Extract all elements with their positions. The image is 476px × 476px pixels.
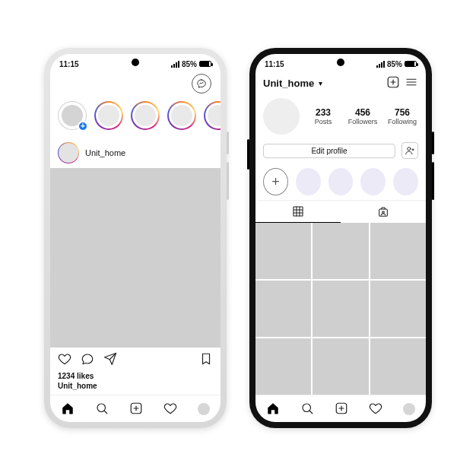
stories-row: +	[50, 97, 221, 138]
stat-count: 233	[307, 107, 339, 118]
messenger-button[interactable]	[192, 74, 211, 94]
nav-home[interactable]	[61, 401, 75, 417]
nav-search[interactable]	[300, 401, 314, 417]
save-button[interactable]	[199, 352, 213, 367]
post: Unit_home 1234 likes Unit_home	[50, 138, 221, 395]
profile-username[interactable]: Unit_home	[263, 78, 314, 89]
stat-label: Posts	[307, 118, 339, 125]
battery-icon	[199, 61, 211, 67]
clock: 11:15	[265, 60, 284, 68]
phone-feed: 11:15 85% +	[44, 48, 227, 428]
profile-avatar[interactable]	[263, 98, 300, 135]
edit-profile-button[interactable]: Edit profile	[263, 144, 395, 158]
heart-icon	[58, 352, 71, 366]
highlight-item[interactable]	[360, 168, 386, 195]
stat-followers[interactable]: 456 Followers	[347, 107, 379, 125]
front-camera	[337, 59, 344, 66]
svg-rect-5	[379, 209, 388, 216]
nav-home[interactable]	[266, 401, 280, 417]
home-icon	[61, 401, 75, 415]
battery-icon	[405, 61, 417, 67]
heart-icon	[163, 401, 177, 415]
search-icon	[95, 401, 109, 415]
clock: 11:15	[59, 60, 79, 68]
story-item[interactable]	[167, 101, 196, 130]
plus-square-icon	[335, 401, 348, 415]
grid-cell[interactable]	[313, 281, 368, 337]
post-author[interactable]: Unit_home	[85, 148, 125, 157]
svg-point-0	[97, 404, 106, 412]
side-button	[247, 139, 249, 170]
grid-cell[interactable]	[370, 281, 426, 337]
highlight-item[interactable]	[328, 168, 354, 195]
plus-square-icon	[129, 401, 143, 415]
hamburger-icon	[405, 75, 418, 89]
grid-cell[interactable]	[255, 281, 311, 337]
nav-activity[interactable]	[163, 401, 177, 417]
menu-button[interactable]	[405, 75, 418, 90]
grid-icon	[292, 205, 304, 217]
likes-count[interactable]: 1234 likes	[58, 372, 213, 380]
nav-create[interactable]	[129, 401, 143, 417]
signal-icon	[171, 61, 179, 68]
comment-button[interactable]	[81, 352, 94, 367]
like-button[interactable]	[58, 352, 71, 367]
story-item[interactable]	[94, 101, 123, 130]
stat-label: Following	[386, 118, 418, 125]
plus-square-icon	[386, 75, 400, 89]
grid-cell[interactable]	[313, 338, 368, 395]
caption-username[interactable]: Unit_home	[58, 382, 213, 390]
tagged-icon	[377, 206, 389, 218]
heart-icon	[369, 401, 382, 415]
stat-count: 756	[386, 107, 418, 118]
share-button[interactable]	[103, 352, 117, 367]
front-camera	[132, 59, 139, 66]
nav-search[interactable]	[95, 401, 109, 417]
stat-following[interactable]: 756 Following	[386, 107, 418, 125]
grid-cell[interactable]	[255, 338, 311, 395]
grid-cell[interactable]	[255, 223, 311, 279]
tab-tagged[interactable]	[341, 201, 426, 223]
side-button	[227, 162, 229, 200]
highlight-item[interactable]	[296, 168, 321, 195]
chevron-down-icon[interactable]: ▾	[319, 79, 322, 87]
nav-create[interactable]	[335, 401, 348, 417]
story-your-story[interactable]: +	[58, 101, 87, 130]
add-person-icon	[405, 145, 415, 156]
nav-activity[interactable]	[369, 401, 382, 417]
side-button	[227, 132, 229, 154]
svg-rect-4	[294, 207, 303, 216]
svg-point-3	[408, 148, 411, 151]
svg-point-7	[303, 404, 311, 412]
story-item[interactable]	[131, 101, 160, 130]
search-icon	[300, 401, 314, 415]
highlight-add[interactable]: +	[263, 168, 288, 195]
bottom-nav	[50, 395, 221, 422]
stat-posts[interactable]: 233 Posts	[307, 107, 339, 125]
nav-profile[interactable]	[198, 403, 210, 415]
nav-profile[interactable]	[403, 403, 415, 415]
story-item[interactable]	[204, 101, 221, 130]
signal-icon	[376, 61, 385, 68]
create-button[interactable]	[386, 75, 400, 90]
bookmark-icon	[199, 352, 213, 366]
bottom-nav	[255, 395, 426, 422]
svg-point-6	[382, 211, 385, 213]
posts-grid	[255, 223, 426, 395]
post-avatar[interactable]	[58, 142, 79, 163]
grid-cell[interactable]	[370, 338, 426, 395]
grid-cell[interactable]	[313, 223, 368, 279]
side-button	[432, 162, 434, 200]
highlights-row: +	[255, 163, 426, 200]
stat-label: Followers	[347, 118, 379, 125]
comment-icon	[81, 352, 94, 366]
phone-profile: 11:15 85% Unit_home ▾ 233 Posts 456 Foll…	[249, 48, 432, 428]
post-image[interactable]	[50, 168, 221, 347]
discover-people-button[interactable]	[401, 142, 418, 159]
stat-count: 456	[347, 107, 379, 118]
grid-cell[interactable]	[370, 223, 426, 279]
messenger-icon	[196, 78, 207, 89]
side-button	[432, 132, 434, 154]
highlight-item[interactable]	[393, 168, 418, 195]
tab-grid[interactable]	[255, 201, 341, 223]
